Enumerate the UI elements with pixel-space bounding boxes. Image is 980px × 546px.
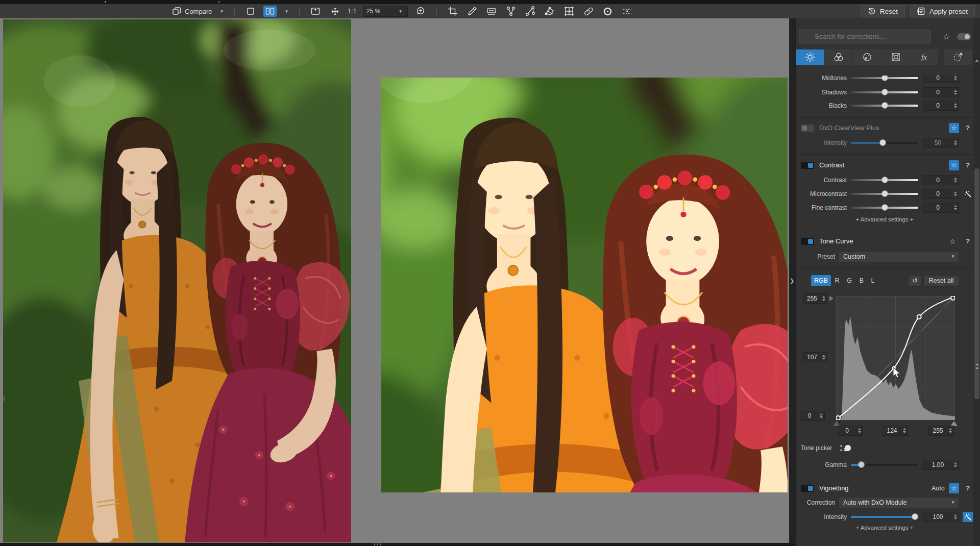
red-eye-tool-button[interactable]: [601, 6, 615, 17]
contrast-slider-thumb[interactable]: [881, 177, 888, 183]
midtones-value[interactable]: 0: [923, 76, 959, 83]
contrast-slider[interactable]: [851, 179, 918, 181]
microcontrast-slider[interactable]: [851, 193, 918, 195]
curve-reset-all-button[interactable]: Reset all: [923, 275, 959, 287]
microcontrast-magic-wand-button[interactable]: [963, 189, 973, 199]
vignetting-advanced-settings-link[interactable]: + Advanced settings +: [796, 524, 973, 532]
gamma-stepper[interactable]: [952, 460, 959, 469]
contrast-stepper[interactable]: [952, 176, 959, 185]
crop-tool-button[interactable]: [446, 6, 459, 17]
search-input[interactable]: [799, 30, 930, 43]
input-mid-spinner[interactable]: 124: [883, 426, 908, 436]
curve-undo-button[interactable]: ↺: [908, 275, 922, 287]
contrast-star-icon[interactable]: ☆: [949, 160, 959, 170]
favorites-star-icon[interactable]: ☆: [943, 32, 950, 41]
midtones-slider[interactable]: [851, 77, 918, 79]
microcontrast-stepper[interactable]: [952, 189, 959, 198]
tone-curve-star-icon[interactable]: ☆: [949, 236, 956, 247]
tab-effects[interactable]: fx: [910, 49, 938, 65]
tone-curve-help-icon[interactable]: ?: [964, 236, 972, 247]
vignetting-toggle[interactable]: [801, 485, 814, 492]
compare-dropdown-chevron[interactable]: ▼: [218, 9, 225, 14]
gamma-slider[interactable]: [851, 464, 918, 466]
vignetting-intensity-value[interactable]: 100: [923, 512, 959, 522]
vignetting-intensity-slider[interactable]: [851, 516, 918, 518]
clearview-help-icon[interactable]: ?: [964, 122, 972, 134]
line-tool-button[interactable]: [543, 6, 556, 17]
vignetting-intensity-stepper[interactable]: [952, 512, 959, 522]
contrast-help-icon[interactable]: ?: [964, 160, 972, 171]
clearview-intensity-thumb[interactable]: [879, 139, 886, 146]
tab-geometry[interactable]: [881, 49, 910, 65]
vignetting-magic-wand-button[interactable]: [963, 512, 973, 522]
tone-curve-graph[interactable]: [836, 296, 955, 420]
vignetting-correction-dropdown[interactable]: Auto with DxO Module ▼: [839, 497, 959, 508]
pan-tool-button[interactable]: [328, 6, 341, 17]
zoom-in-button[interactable]: [414, 6, 427, 17]
vignetting-star-icon[interactable]: ☆: [949, 483, 959, 493]
channel-rgb-button[interactable]: RGB: [811, 275, 831, 286]
blacks-value[interactable]: 0: [923, 101, 959, 111]
tone-picker-button[interactable]: [840, 443, 852, 455]
clearview-intensity-slider[interactable]: [851, 142, 918, 144]
reset-button[interactable]: Reset: [861, 5, 905, 17]
tab-light[interactable]: [796, 49, 824, 65]
single-view-button[interactable]: [244, 6, 257, 17]
panel-collapse-chevron[interactable]: ❯: [790, 278, 794, 284]
input-max-spinner[interactable]: 255: [928, 426, 954, 436]
midtones-stepper[interactable]: [952, 76, 959, 83]
zoom-level-select[interactable]: 25 % ▼: [363, 6, 408, 17]
local-adjustments-button[interactable]: [621, 6, 634, 17]
fine-contrast-slider-thumb[interactable]: [881, 204, 888, 211]
vignetting-help-icon[interactable]: ?: [964, 483, 972, 494]
blacks-slider-thumb[interactable]: [881, 102, 888, 109]
repair-tool-button[interactable]: [582, 6, 595, 17]
blacks-stepper[interactable]: [952, 101, 959, 110]
output-mid-spinner[interactable]: 107: [803, 352, 827, 362]
gamma-slider-thumb[interactable]: [858, 461, 865, 468]
compare-button[interactable]: Compare: [173, 7, 212, 15]
control-line-tool-button[interactable]: [524, 6, 537, 17]
clearview-toggle[interactable]: [801, 125, 814, 132]
shadows-stepper[interactable]: [952, 88, 959, 97]
apply-preset-button[interactable]: Apply preset: [910, 5, 975, 17]
scrollbar-up-arrow[interactable]: [975, 59, 979, 62]
output-max-spinner[interactable]: 255: [803, 293, 827, 304]
input-min-spinner[interactable]: 0: [838, 426, 863, 436]
microcontrast-slider-thumb[interactable]: [881, 190, 888, 197]
channel-b-button[interactable]: B: [857, 275, 866, 286]
gamma-value[interactable]: 1.00: [923, 460, 959, 470]
view-dropdown-chevron[interactable]: ▼: [283, 9, 290, 14]
contrast-toggle[interactable]: [801, 162, 814, 169]
tab-detail[interactable]: [853, 49, 881, 65]
channel-g-button[interactable]: G: [845, 275, 854, 286]
preset-dropdown[interactable]: Custom ▼: [839, 251, 959, 262]
vignetting-intensity-thumb[interactable]: [912, 513, 918, 520]
blacks-slider[interactable]: [851, 105, 918, 107]
perspective-tool-button[interactable]: [562, 6, 576, 17]
shadows-slider[interactable]: [851, 91, 918, 93]
control-point-tool-button[interactable]: [504, 6, 518, 17]
shadows-slider-thumb[interactable]: [881, 89, 888, 95]
panel-collapse-strip[interactable]: ❯: [789, 18, 795, 543]
channel-r-button[interactable]: R: [832, 275, 842, 286]
fine-contrast-value[interactable]: 0: [923, 203, 959, 213]
contrast-advanced-settings-link[interactable]: + Advanced settings +: [796, 215, 973, 224]
tab-color[interactable]: [824, 49, 852, 65]
white-point-marker[interactable]: [829, 296, 834, 301]
contrast-value[interactable]: 0: [923, 175, 959, 185]
panel-scrollbar[interactable]: [973, 18, 980, 546]
zoom-1to1-button[interactable]: 1:1: [348, 8, 356, 15]
tone-curve-toggle[interactable]: [801, 238, 814, 245]
white-balance-picker-button[interactable]: [465, 6, 479, 17]
active-corrections-toggle[interactable]: [957, 33, 971, 40]
clearview-intensity-value[interactable]: 50: [923, 138, 959, 148]
tab-local-adjustments[interactable]: [944, 49, 972, 65]
output-min-spinner[interactable]: 0: [801, 411, 825, 421]
fine-contrast-stepper[interactable]: [952, 203, 959, 212]
fit-screen-button[interactable]: [309, 6, 322, 17]
channel-l-button[interactable]: L: [868, 275, 877, 286]
shadows-value[interactable]: 0: [923, 87, 959, 97]
microcontrast-value[interactable]: 0: [923, 189, 959, 199]
midtones-slider-thumb[interactable]: [881, 76, 888, 81]
